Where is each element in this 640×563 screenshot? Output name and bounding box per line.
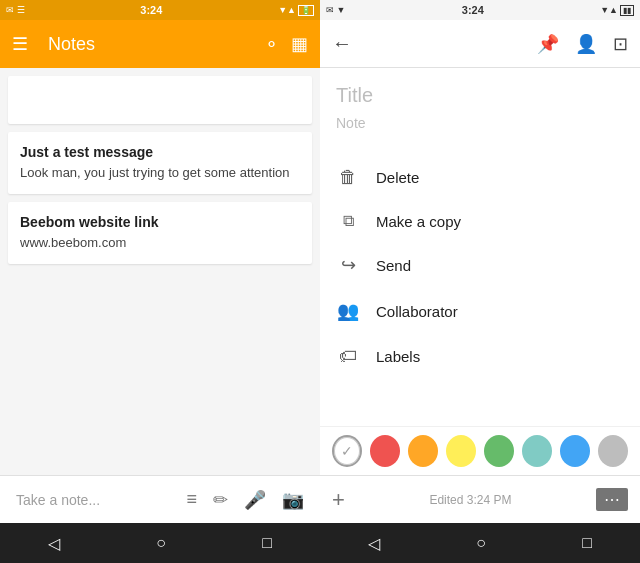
collaborator-icon[interactable]: 👤	[575, 33, 597, 55]
draw-icon[interactable]: ✏	[213, 489, 228, 511]
color-white[interactable]: ✓	[332, 435, 362, 467]
color-picker: ✓	[320, 426, 640, 475]
delete-menu-item[interactable]: 🗑 Delete	[320, 155, 640, 200]
make-copy-label: Make a copy	[376, 213, 461, 230]
collaborator-menu-item[interactable]: 👥 Collaborator	[320, 288, 640, 334]
status-bar-right: ✉ ▼ 3:24 ▼▲ ▮▮	[320, 0, 640, 20]
color-blue[interactable]	[560, 435, 590, 467]
left-panel: ✉ ☰ 3:24 ▼▲ 🔋 ☰ Notes ⚬ ▦ Just a test me…	[0, 0, 320, 563]
home-nav-icon[interactable]: ○	[156, 534, 166, 552]
color-green[interactable]	[484, 435, 514, 467]
menu-icon[interactable]: ☰	[12, 33, 28, 55]
notes-list: Just a test message Look man, you just t…	[0, 68, 320, 475]
right-bottom-bar: + Edited 3:24 PM ⋯	[320, 475, 640, 523]
back-nav-icon-right[interactable]: ◁	[368, 534, 380, 553]
left-toolbar: ☰ Notes ⚬ ▦	[0, 20, 320, 68]
left-nav-bar: ◁ ○ □	[0, 523, 320, 563]
send-icon: ↪	[336, 254, 360, 276]
status-right-right-icons: ▼▲ ▮▮	[600, 5, 634, 16]
color-red[interactable]	[370, 435, 400, 467]
label-icon: 🏷	[336, 346, 360, 367]
copy-icon: ⧉	[336, 212, 360, 230]
status-time-right: 3:24	[462, 4, 484, 16]
right-nav-bar: ◁ ○ □	[320, 523, 640, 563]
trash-icon: 🗑	[336, 167, 360, 188]
color-yellow[interactable]	[446, 435, 476, 467]
list-item[interactable]: Beebom website link www.beebom.com	[8, 202, 312, 264]
color-teal[interactable]	[522, 435, 552, 467]
back-button[interactable]: ←	[332, 32, 352, 55]
send-menu-item[interactable]: ↪ Send	[320, 242, 640, 288]
note-body-placeholder[interactable]: Note	[336, 115, 624, 131]
note-content-area: Title Note	[320, 68, 640, 147]
make-copy-menu-item[interactable]: ⧉ Make a copy	[320, 200, 640, 242]
send-label: Send	[376, 257, 411, 274]
add-icon[interactable]: +	[332, 487, 345, 513]
left-bottom-bar: Take a note... ≡ ✏ 🎤 📷	[0, 475, 320, 523]
search-icon[interactable]: ⚬	[264, 33, 279, 55]
status-right-icons-left: ▼▲ 🔋	[278, 5, 314, 16]
color-gray[interactable]	[598, 435, 628, 467]
collaborator-label: Collaborator	[376, 303, 458, 320]
back-nav-icon[interactable]: ◁	[48, 534, 60, 553]
recents-nav-icon-right[interactable]: □	[582, 534, 592, 552]
camera-icon[interactable]: 📷	[282, 489, 304, 511]
home-nav-icon-right[interactable]: ○	[476, 534, 486, 552]
status-time-left: 3:24	[140, 4, 162, 16]
note-title: Just a test message	[20, 144, 300, 160]
note-body: www.beebom.com	[20, 234, 300, 252]
more-options-button[interactable]: ⋯	[596, 488, 628, 511]
color-orange[interactable]	[408, 435, 438, 467]
empty-note-card[interactable]	[8, 76, 312, 124]
mic-icon[interactable]: 🎤	[244, 489, 266, 511]
grid-view-icon[interactable]: ▦	[291, 33, 308, 55]
labels-menu-item[interactable]: 🏷 Labels	[320, 334, 640, 379]
context-menu: 🗑 Delete ⧉ Make a copy ↪ Send 👥 Collabor…	[320, 147, 640, 426]
app-title: Notes	[48, 34, 252, 55]
collaborator-add-icon: 👥	[336, 300, 360, 322]
status-left-icons: ✉ ☰	[6, 5, 25, 15]
recents-nav-icon[interactable]: □	[262, 534, 272, 552]
archive-icon[interactable]: ⊡	[613, 33, 628, 55]
labels-label: Labels	[376, 348, 420, 365]
note-body: Look man, you just trying to get some at…	[20, 164, 300, 182]
pin-icon[interactable]: 📌	[537, 33, 559, 55]
status-bar-left: ✉ ☰ 3:24 ▼▲ 🔋	[0, 0, 320, 20]
right-toolbar: ← 📌 👤 ⊡	[320, 20, 640, 68]
edited-status: Edited 3:24 PM	[353, 493, 588, 507]
right-panel: ✉ ▼ 3:24 ▼▲ ▮▮ ← 📌 👤 ⊡ Title Note 🗑 Dele…	[320, 0, 640, 563]
status-right-left-icons: ✉ ▼	[326, 5, 345, 15]
delete-label: Delete	[376, 169, 419, 186]
take-note-placeholder[interactable]: Take a note...	[16, 492, 170, 508]
list-item[interactable]: Just a test message Look man, you just t…	[8, 132, 312, 194]
note-title-placeholder[interactable]: Title	[336, 84, 624, 107]
checklist-icon[interactable]: ≡	[186, 489, 197, 510]
note-title: Beebom website link	[20, 214, 300, 230]
